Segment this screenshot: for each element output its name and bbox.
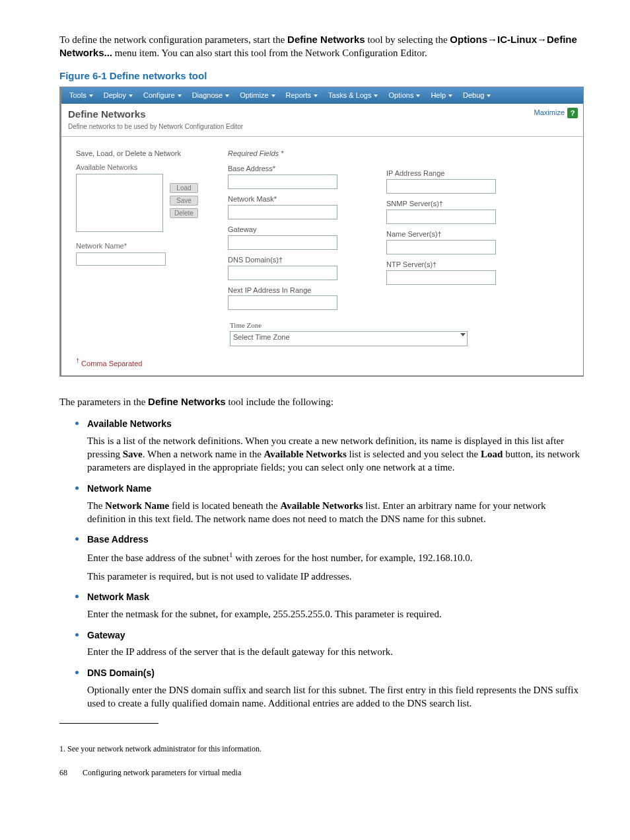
snmp-input[interactable] — [386, 210, 496, 224]
parameter-list: Available NetworksThis is a list of the … — [59, 418, 584, 710]
network-mask-label: Network Mask* — [228, 194, 367, 204]
network-mask-input[interactable] — [228, 205, 337, 219]
available-networks-list[interactable] — [76, 174, 163, 232]
intro-paragraph: To define the network configuration para… — [59, 33, 584, 60]
name-server-input[interactable] — [386, 240, 496, 254]
list-item-body: The Network Name field is located beneat… — [87, 499, 584, 526]
list-item-paragraph: Enter the IP address of the server that … — [87, 645, 584, 658]
params-intro-pre: The parameters in the — [59, 397, 148, 407]
list-item-paragraph: The Network Name field is located beneat… — [87, 499, 584, 526]
list-item: Network MaskEnter the netmask for the su… — [75, 591, 584, 621]
list-item-body: This is a list of the network definition… — [87, 434, 584, 475]
bullet-icon — [75, 486, 79, 490]
list-item: Network NameThe Network Name field is lo… — [75, 482, 584, 525]
footnote-rule — [59, 723, 158, 724]
bullet-icon — [75, 633, 79, 636]
menu-tools[interactable]: Tools — [65, 89, 100, 102]
gateway-label: Gateway — [228, 225, 367, 235]
params-intro: The parameters in the Define Networks to… — [59, 395, 584, 408]
maximize-link[interactable]: Maximize — [534, 108, 565, 118]
list-item-paragraph: Enter the base address of the subnet1 wi… — [87, 550, 584, 564]
list-item: Available NetworksThis is a list of the … — [75, 418, 584, 475]
arrow-icon: → — [487, 34, 497, 45]
list-item: Base AddressEnter the base address of th… — [75, 533, 584, 583]
footnote-1: 1. See your network network administrato… — [59, 744, 584, 754]
page-number: 68 — [59, 767, 81, 778]
list-item-label: Available Networks — [87, 418, 584, 430]
menu-optimize[interactable]: Optimize — [236, 89, 281, 102]
intro-mid1: tool by selecting the — [365, 34, 450, 45]
define-networks-tool: Tools Deploy Configure Diagnose Optimize… — [59, 87, 584, 377]
base-address-input[interactable] — [228, 174, 337, 189]
menu-configure[interactable]: Configure — [139, 89, 188, 102]
snmp-label: SNMP Server(s)† — [386, 199, 496, 209]
time-zone-label: Time Zone — [230, 321, 583, 330]
base-address-label: Base Address* — [228, 164, 367, 174]
time-zone-select[interactable]: Select Time Zone — [230, 331, 468, 346]
ntp-input[interactable] — [386, 270, 496, 285]
page-footer-text: Configuring network parameters for virtu… — [83, 768, 241, 777]
form-area: Save, Load, or Delete a Network Availabl… — [61, 137, 583, 317]
menu-reports[interactable]: Reports — [282, 89, 325, 102]
name-server-label: Name Server(s)† — [386, 229, 496, 239]
list-item-paragraph: This is a list of the network definition… — [87, 434, 584, 475]
params-intro-bold: Define Networks — [148, 396, 226, 407]
menu-help[interactable]: Help — [427, 89, 459, 102]
ntp-label: NTP Server(s)† — [386, 260, 496, 270]
intro-bold2: Options — [450, 34, 487, 45]
comma-separated-footnote: † † Comma SeparatedComma Separated — [61, 354, 583, 375]
delete-button[interactable]: Delete — [170, 208, 198, 218]
required-fields-header: Required Fields * — [228, 149, 367, 159]
arrow-icon: → — [537, 34, 547, 45]
next-ip-label: Next IP Address In Range — [228, 286, 367, 295]
network-name-label: Network Name* — [76, 241, 208, 251]
list-item-label: Network Name — [87, 482, 584, 495]
available-networks-label: Available Networks — [76, 163, 208, 172]
chevron-down-icon — [460, 333, 466, 336]
intro-post: menu item. You can also start this tool … — [112, 48, 427, 58]
menu-tasks-logs[interactable]: Tasks & Logs — [324, 89, 384, 102]
list-item-body: Enter the IP address of the server that … — [87, 645, 584, 658]
intro-text: To define the network configuration para… — [59, 34, 287, 45]
list-item-paragraph: Enter the netmask for the subnet, for ex… — [87, 607, 584, 621]
gateway-input[interactable] — [228, 235, 337, 250]
list-item: DNS Domain(s)Optionally enter the DNS do… — [75, 667, 584, 710]
network-name-input[interactable] — [76, 252, 166, 266]
list-item-label: Gateway — [87, 629, 584, 642]
list-item-body: Optionally enter the DNS domain suffix a… — [87, 683, 584, 710]
list-item-body: Enter the netmask for the subnet, for ex… — [87, 607, 584, 621]
list-item-paragraph: This parameter is required, but is not u… — [87, 570, 584, 583]
help-icon[interactable]: ? — [567, 108, 578, 118]
next-ip-input[interactable] — [228, 295, 337, 310]
bullet-icon — [75, 595, 79, 598]
menu-diagnose[interactable]: Diagnose — [188, 89, 236, 102]
bullet-icon — [75, 671, 79, 674]
dns-domain-label: DNS Domain(s)† — [228, 255, 367, 265]
menu-bar: Tools Deploy Configure Diagnose Optimize… — [61, 87, 583, 104]
menu-options[interactable]: Options — [384, 89, 427, 102]
save-button[interactable]: Save — [170, 196, 198, 206]
dns-domain-input[interactable] — [228, 266, 337, 280]
ip-range-input[interactable] — [386, 179, 496, 194]
figure-caption: Figure 6-1 Define networks tool — [59, 69, 584, 83]
page-footer: 68 Configuring network parameters for vi… — [59, 767, 584, 778]
list-item-body: Enter the base address of the subnet1 wi… — [87, 550, 584, 584]
bullet-icon — [75, 537, 79, 541]
page-title: Define Networks — [68, 108, 243, 121]
params-intro-post: tool include the following: — [226, 397, 333, 407]
list-item-paragraph: Optionally enter the DNS domain suffix a… — [87, 683, 584, 710]
menu-debug[interactable]: Debug — [459, 89, 497, 102]
intro-bold3: IC-Linux — [497, 34, 537, 45]
title-bar: Define Networks Define networks to be us… — [61, 104, 583, 137]
bullet-icon — [75, 422, 79, 425]
save-load-heading: Save, Load, or Delete a Network — [76, 149, 208, 159]
menu-deploy[interactable]: Deploy — [100, 89, 139, 102]
intro-bold1: Define Networks — [287, 34, 365, 45]
list-item-label: Base Address — [87, 533, 584, 546]
ip-range-label: IP Address Range — [386, 169, 496, 178]
page-subtitle: Define networks to be used by Network Co… — [68, 122, 243, 132]
list-item-label: DNS Domain(s) — [87, 667, 584, 679]
load-button[interactable]: Load — [170, 183, 198, 193]
list-item-label: Network Mask — [87, 591, 584, 603]
list-item: GatewayEnter the IP address of the serve… — [75, 629, 584, 659]
